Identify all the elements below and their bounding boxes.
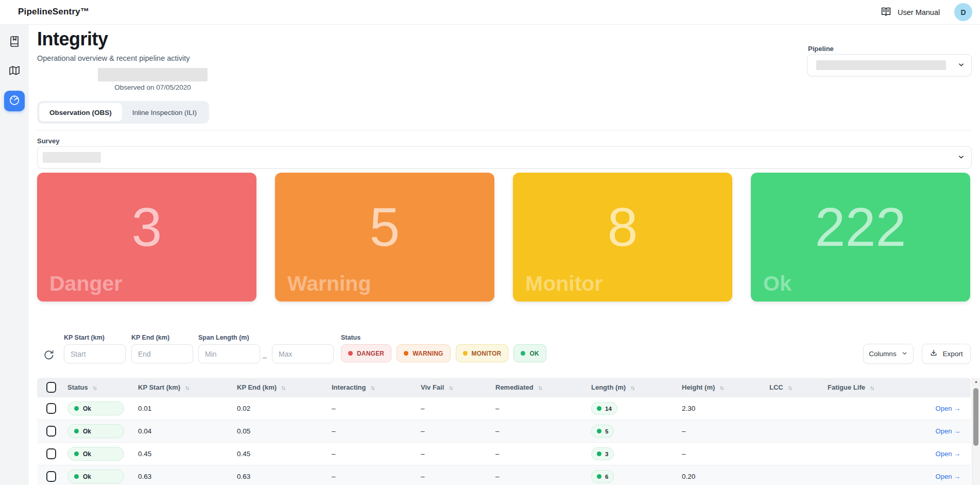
cell-kp-end: 0.63 (237, 473, 332, 480)
sidebar (0, 24, 29, 485)
sort-icon[interactable]: ↑↓ (185, 384, 188, 391)
cell-status: Ok (67, 402, 138, 415)
status-dot-icon (521, 351, 525, 356)
cell-status: Ok (67, 447, 138, 461)
header-check-cell (37, 382, 67, 393)
danger-label: Danger (49, 271, 122, 296)
sort-icon[interactable]: ↑↓ (538, 384, 542, 391)
sort-icon[interactable]: ↑↓ (281, 384, 285, 391)
green-dot-icon (74, 406, 79, 411)
status-filter-monitor[interactable]: MONITOR (456, 344, 509, 362)
warning-label: Warning (287, 271, 371, 296)
header-checkbox[interactable] (46, 382, 56, 393)
top-bar: PipelineSentry™ User Manual D (0, 0, 980, 25)
ok-count: 222 (751, 199, 970, 254)
column-header-length: Length (m)↑↓ (591, 383, 682, 391)
row-checkbox[interactable] (46, 471, 56, 482)
sort-icon[interactable]: ↑↓ (788, 384, 792, 391)
range-separator: – (263, 353, 267, 361)
open-row-link[interactable]: Open → (936, 450, 960, 458)
open-row-link[interactable]: Open → (936, 427, 960, 435)
scrollbar-thumb[interactable] (973, 388, 978, 446)
sidebar-item-library[interactable] (4, 32, 25, 53)
tab-observation-obs[interactable]: Observation (OBS) (39, 103, 122, 122)
vertical-scrollbar[interactable]: ▲ (972, 378, 980, 485)
column-header-height: Height (m)↑↓ (682, 383, 769, 391)
green-dot-icon (74, 429, 79, 433)
open-row-link[interactable]: Open → (936, 405, 960, 412)
status-badge: Ok (67, 447, 124, 461)
export-button[interactable]: Export (922, 344, 971, 364)
green-dot-icon (597, 474, 601, 479)
column-header-label: KP Start (km) (138, 383, 180, 391)
cell-remediated: – (495, 405, 591, 412)
cell-kp-start: 0.63 (138, 473, 237, 480)
badge-text: 5 (605, 428, 608, 434)
cell-status: Ok (67, 470, 138, 483)
monitor-count: 8 (513, 199, 732, 254)
cell-viv-fail: – (421, 473, 495, 480)
sidebar-item-dashboard[interactable] (4, 91, 25, 111)
pipeline-select[interactable] (807, 54, 972, 76)
open-row-link[interactable]: Open → (936, 473, 960, 480)
status-summary-cards: 3 Danger 5 Warning 8 Monitor 222 Ok (37, 173, 971, 302)
column-header-label: Height (m) (682, 383, 715, 391)
danger-card[interactable]: 3 Danger (37, 173, 256, 302)
sort-icon[interactable]: ↑↓ (449, 384, 452, 391)
length-badge: 6 (591, 470, 614, 483)
refresh-button[interactable] (43, 349, 56, 362)
page-title: Integrity (37, 28, 108, 50)
cell-remediated: – (495, 450, 591, 458)
columns-button-label: Columns (869, 350, 896, 358)
cell-viv-fail: – (421, 405, 495, 412)
columns-button[interactable]: Columns (863, 344, 914, 364)
sort-icon[interactable]: ↑↓ (719, 384, 723, 391)
sort-icon[interactable]: ↑↓ (93, 384, 96, 391)
row-checkbox[interactable] (46, 403, 56, 414)
survey-select[interactable] (37, 146, 972, 169)
column-header-label: Viv Fail (421, 383, 444, 391)
kp-end-input[interactable] (131, 344, 193, 363)
cell-kp-end: 0.05 (237, 427, 332, 435)
redacted-text (98, 68, 208, 81)
status-filter-group: DANGERWARNINGMONITOROK (341, 344, 546, 362)
status-dot-icon (404, 351, 408, 356)
sort-icon[interactable]: ↑↓ (370, 384, 374, 391)
sidebar-item-map[interactable] (4, 61, 25, 82)
column-header-label: Fatigue Life (828, 383, 865, 391)
ok-card[interactable]: 222 Ok (751, 173, 970, 302)
cell-open: Open → (910, 450, 971, 458)
status-badge: Ok (67, 402, 124, 415)
span-max-input[interactable] (272, 344, 334, 363)
cell-interacting: – (332, 450, 421, 458)
status-dot-icon (348, 351, 353, 356)
row-checkbox[interactable] (46, 426, 56, 437)
sort-icon[interactable]: ↑↓ (870, 384, 873, 391)
tab-inline-inspection-ili[interactable]: Inline Inspection (ILI) (122, 103, 207, 122)
status-filter-ok[interactable]: OK (513, 344, 546, 362)
column-header-lcc: LCC↑↓ (769, 383, 828, 391)
status-filter-text: WARNING (412, 350, 443, 357)
brand-logo: PipelineSentry™ (18, 7, 89, 17)
sort-icon[interactable]: ↑↓ (630, 384, 634, 391)
user-manual-button[interactable]: User Manual (880, 5, 940, 20)
download-icon (930, 349, 938, 359)
row-check-cell (37, 448, 67, 459)
kp-start-input[interactable] (64, 344, 126, 363)
avatar[interactable]: D (954, 3, 972, 21)
page-subtitle: Operational overview & recent pipeline a… (37, 54, 190, 62)
status-filter-warning[interactable]: WARNING (397, 344, 450, 362)
table-row: Ok0.010.02–––142.30Open → (37, 397, 971, 420)
status-badge: Ok (67, 424, 124, 438)
span-min-input[interactable] (198, 344, 260, 363)
length-badge: 14 (591, 402, 617, 415)
cell-height: – (682, 427, 769, 435)
row-checkbox[interactable] (46, 448, 56, 459)
status-filter-danger[interactable]: DANGER (341, 344, 391, 362)
cell-remediated: – (495, 427, 591, 435)
cell-length: 6 (591, 470, 682, 483)
monitor-card[interactable]: 8 Monitor (513, 173, 732, 302)
column-header-kp-end: KP End (km)↑↓ (237, 383, 332, 391)
scrollbar-up-arrow[interactable]: ▲ (972, 379, 980, 384)
warning-card[interactable]: 5 Warning (275, 173, 494, 302)
